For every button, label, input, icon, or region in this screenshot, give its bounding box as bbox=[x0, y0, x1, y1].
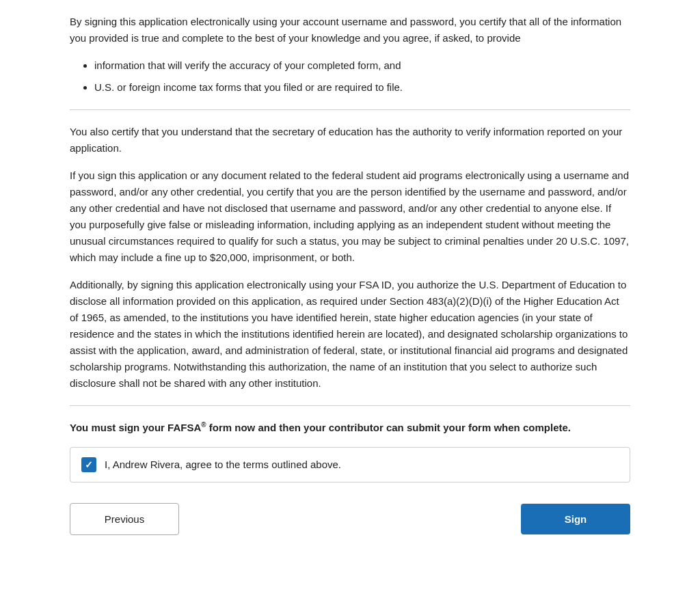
must-sign-text: You must sign your FAFSA® form now and t… bbox=[70, 420, 630, 436]
nav-buttons: Previous Sign bbox=[70, 503, 630, 549]
agreement-checkbox[interactable] bbox=[81, 457, 96, 472]
agreement-checkbox-label: I, Andrew Rivera, agree to the terms out… bbox=[105, 459, 341, 470]
certify-section: You must sign your FAFSA® form now and t… bbox=[70, 420, 630, 483]
sign-button[interactable]: Sign bbox=[521, 504, 630, 534]
section-paragraph-4: Additionally, by signing this applicatio… bbox=[70, 277, 630, 392]
bullet-list: information that will verify the accurac… bbox=[94, 57, 630, 96]
fafsa-registered: ® bbox=[201, 421, 206, 429]
bullet-item-1: information that will verify the accurac… bbox=[94, 57, 630, 74]
previous-button[interactable]: Previous bbox=[70, 503, 179, 535]
divider-1 bbox=[70, 109, 630, 110]
section-paragraph-3: If you sign this application or any docu… bbox=[70, 167, 630, 266]
bullet-item-2: U.S. or foreign income tax forms that yo… bbox=[94, 79, 630, 96]
intro-paragraph-1: By signing this application electronical… bbox=[70, 14, 630, 46]
agreement-checkbox-container[interactable]: I, Andrew Rivera, agree to the terms out… bbox=[70, 447, 630, 483]
divider-2 bbox=[70, 405, 630, 406]
section-paragraph-2: You also certify that you understand tha… bbox=[70, 124, 630, 157]
must-sign-text-part2: form now and then your contributor can s… bbox=[206, 422, 571, 433]
must-sign-text-part1: You must sign your FAFSA bbox=[70, 422, 201, 433]
